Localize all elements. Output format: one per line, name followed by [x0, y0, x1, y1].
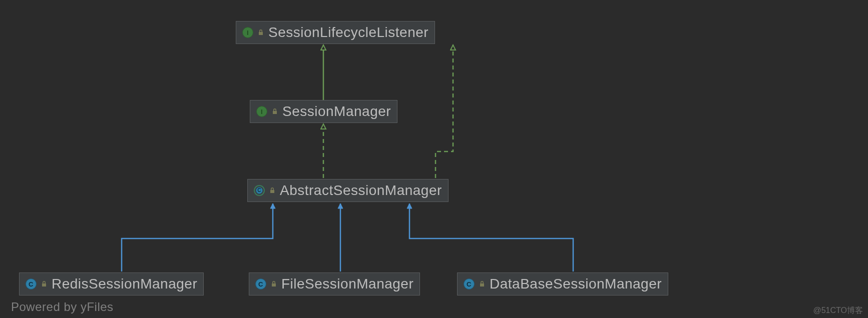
- edge-db-to-asm: [409, 204, 573, 272]
- node-redis-session-manager[interactable]: C RedisSessionManager: [19, 272, 204, 296]
- node-file-session-manager[interactable]: C FileSessionManager: [249, 272, 420, 296]
- node-label: SessionLifecycleListener: [268, 24, 428, 40]
- footer-watermark: @51CTO博客: [813, 306, 863, 316]
- class-icon: C: [255, 278, 266, 290]
- lock-icon: [257, 29, 264, 36]
- lock-icon: [479, 280, 486, 288]
- edges-layer: [0, 0, 868, 318]
- edge-asm-to-sll: [436, 45, 453, 178]
- diagram-canvas: I SessionLifecycleListener I SessionMana…: [0, 0, 868, 318]
- interface-icon: I: [256, 106, 267, 117]
- node-session-lifecycle-listener[interactable]: I SessionLifecycleListener: [236, 21, 435, 44]
- interface-icon: I: [242, 27, 253, 38]
- node-session-manager[interactable]: I SessionManager: [250, 100, 397, 123]
- node-abstract-session-manager[interactable]: C AbstractSessionManager: [247, 179, 449, 202]
- lock-icon: [271, 108, 278, 115]
- class-icon: C: [464, 278, 475, 290]
- lock-icon: [41, 280, 48, 288]
- lock-icon: [269, 187, 276, 194]
- class-icon: C: [26, 278, 37, 290]
- node-label: FileSessionManager: [281, 276, 413, 292]
- node-label: AbstractSessionManager: [280, 182, 442, 198]
- node-label: DataBaseSessionManager: [490, 276, 662, 292]
- node-label: RedisSessionManager: [52, 276, 197, 292]
- lock-icon: [270, 280, 277, 288]
- edge-redis-to-asm: [122, 204, 273, 272]
- footer-powered-by: Powered by yFiles: [11, 300, 114, 314]
- abstract-class-icon: C: [254, 185, 265, 196]
- node-database-session-manager[interactable]: C DataBaseSessionManager: [457, 272, 668, 296]
- node-label: SessionManager: [282, 104, 391, 120]
